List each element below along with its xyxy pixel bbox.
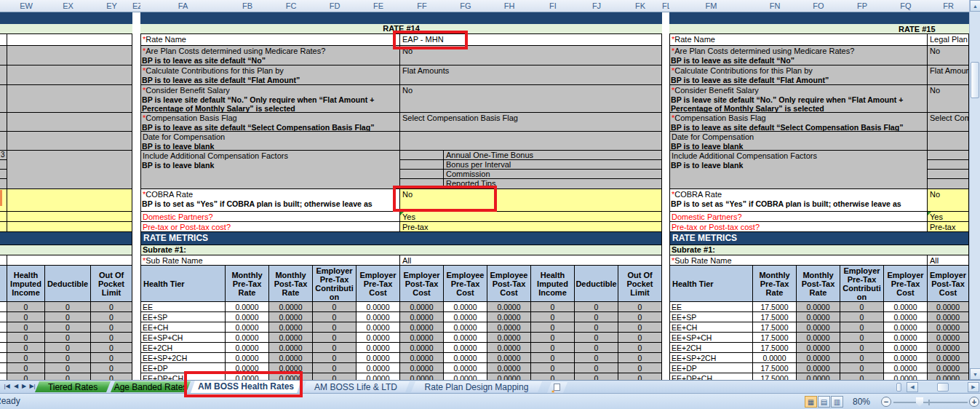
option-cell[interactable]: Annual One-Time Bonus bbox=[444, 151, 662, 160]
left-row-cell[interactable] bbox=[7, 65, 132, 85]
tier-cell[interactable]: EE+SP bbox=[140, 312, 226, 322]
table-header-col[interactable]: Monthly Pre-Tax Rate bbox=[753, 266, 797, 302]
tab-scrollbar-splitter[interactable] bbox=[896, 383, 901, 392]
rate-value-cell[interactable]: 17.5000 bbox=[753, 343, 797, 353]
rate-value-cell[interactable]: 0 bbox=[531, 302, 575, 312]
cell-pretax-value[interactable]: Pre-tax bbox=[400, 222, 662, 232]
rate-value-cell[interactable]: 0.0000 bbox=[884, 302, 928, 312]
table-header-col[interactable]: Monthly Post-Tax Rate bbox=[269, 266, 313, 302]
rate-value-cell[interactable]: 0.0000 bbox=[269, 353, 313, 363]
rate-value-cell[interactable]: 0 bbox=[91, 353, 132, 363]
rate-value-cell[interactable]: 0 bbox=[575, 322, 618, 333]
horizontal-scroll-thumb[interactable] bbox=[937, 383, 949, 392]
table-header-health-tier[interactable]: Health Tier bbox=[669, 266, 753, 302]
prev-sheet-nav-icon[interactable]: ◀ bbox=[12, 383, 20, 392]
column-header-FR[interactable]: FR bbox=[928, 0, 970, 12]
rate-value-cell[interactable]: 0 bbox=[7, 333, 45, 343]
rate-value-cell[interactable]: 0.0000 bbox=[884, 333, 928, 343]
rate-value-cell[interactable]: 0.0000 bbox=[269, 302, 313, 312]
rate-value-cell[interactable]: 0 bbox=[313, 343, 356, 353]
tier-cell[interactable]: EE+SP+2CH bbox=[669, 353, 753, 363]
column-header-FK[interactable]: FK bbox=[618, 0, 663, 12]
cell-domestic-label[interactable]: Domestic Partners? bbox=[669, 212, 928, 222]
rate-value-cell[interactable]: 0 bbox=[91, 322, 132, 333]
rate-value-cell[interactable]: 0.0000 bbox=[356, 302, 400, 312]
cell-medicare-value[interactable]: No bbox=[928, 46, 969, 65]
rate-value-cell[interactable]: 0.0000 bbox=[753, 353, 797, 363]
rate-value-cell[interactable]: 0.0000 bbox=[928, 343, 969, 353]
left-sub-cell[interactable] bbox=[0, 160, 7, 170]
table-header-health-tier[interactable]: Health Tier bbox=[140, 266, 226, 302]
left-row-cell[interactable] bbox=[7, 34, 132, 46]
column-header-EX[interactable]: EX bbox=[45, 0, 92, 12]
left-table-sliver[interactable] bbox=[0, 302, 7, 312]
table-header-col[interactable]: Employee Pre-Tax Cost bbox=[444, 266, 487, 302]
rate-value-cell[interactable]: 17.5000 bbox=[753, 322, 797, 333]
left-table-sliver[interactable] bbox=[0, 353, 7, 363]
rate-value-cell[interactable]: 0.0000 bbox=[226, 322, 269, 333]
option-cell[interactable]: Commission bbox=[444, 170, 662, 179]
rate15-factor-checkbox-cell[interactable] bbox=[928, 160, 969, 170]
next-sheet-nav-icon[interactable]: ▶ bbox=[20, 383, 28, 392]
left-row-cell[interactable] bbox=[7, 189, 132, 212]
table-header-col[interactable]: Employer Pre-Tax Cost bbox=[884, 266, 928, 302]
column-header-EY[interactable]: EY bbox=[91, 0, 133, 12]
rate-value-cell[interactable]: 0 bbox=[618, 322, 662, 333]
cell-domestic-value[interactable]: Yes bbox=[928, 212, 969, 222]
column-header-FC[interactable]: FC bbox=[269, 0, 314, 12]
left-sliver-cell[interactable] bbox=[0, 222, 7, 232]
sheet-tab-tiered-rates[interactable]: Tiered Rates bbox=[35, 381, 111, 392]
cell-calc_contrib-label[interactable]: *Calculate Contributions for this Plan b… bbox=[669, 65, 928, 85]
left-row-cell[interactable] bbox=[7, 132, 132, 151]
rate-value-cell[interactable]: 0 bbox=[531, 363, 575, 373]
cell-calc_contrib-value[interactable]: Flat Amounts bbox=[400, 65, 662, 85]
rate-value-cell[interactable]: 0.0000 bbox=[797, 353, 840, 363]
rate-value-cell[interactable]: 0.0000 bbox=[269, 322, 313, 333]
rate-value-cell[interactable]: 0.0000 bbox=[487, 353, 531, 363]
column-header-FB[interactable]: FB bbox=[226, 0, 270, 12]
left-sub-cell[interactable]: 3 bbox=[0, 151, 7, 160]
rate-value-cell[interactable]: 0.0000 bbox=[400, 322, 444, 333]
rate-value-cell[interactable]: 0.0000 bbox=[400, 312, 444, 322]
rate-value-cell[interactable]: 0.0000 bbox=[356, 333, 400, 343]
column-header-FJ[interactable]: FJ bbox=[575, 0, 619, 12]
rate-value-cell[interactable]: 0.0000 bbox=[444, 312, 487, 322]
table-header-col[interactable]: Employer Pre-Tax Cost bbox=[356, 266, 400, 302]
cell-include_factors-label[interactable]: Include Additional Compensation FactorsB… bbox=[669, 151, 928, 189]
tier-cell[interactable]: EE+CH bbox=[140, 322, 226, 333]
table-header-col[interactable]: Employer Pre-Tax Contribution bbox=[313, 266, 356, 302]
rate-value-cell[interactable]: 0.0000 bbox=[400, 363, 444, 373]
rate-value-cell[interactable]: 0.0000 bbox=[356, 363, 400, 373]
zoom-out-button[interactable]: − bbox=[881, 397, 891, 407]
table-header-col[interactable]: Monthly Post-Tax Rate bbox=[797, 266, 840, 302]
rate-value-cell[interactable]: 0 bbox=[840, 363, 884, 373]
rate-value-cell[interactable]: 0.0000 bbox=[400, 333, 444, 343]
left-row-cell[interactable] bbox=[7, 46, 132, 65]
rate-value-cell[interactable]: 0.0000 bbox=[884, 312, 928, 322]
rate-value-cell[interactable]: 0 bbox=[531, 343, 575, 353]
rate-value-cell[interactable]: 0 bbox=[7, 312, 45, 322]
cell-comp_basis-value[interactable]: Select Compensation Basis Flag bbox=[928, 113, 969, 132]
rate-value-cell[interactable]: 0.0000 bbox=[356, 343, 400, 353]
cell-pretax-value[interactable]: Pre-tax bbox=[928, 222, 969, 232]
rate-value-cell[interactable]: 0 bbox=[313, 312, 356, 322]
option-cell[interactable]: Bonus per Interval bbox=[444, 160, 662, 170]
cell-benefit_salary-label[interactable]: *Consider Benefit SalaryBP is leave site… bbox=[140, 85, 400, 113]
table-header-col[interactable]: Employer Post-Tax Cost bbox=[928, 266, 969, 302]
rate-value-cell[interactable]: 0.0000 bbox=[226, 343, 269, 353]
cell-medicare-label[interactable]: *Are Plan Costs determined using Medicar… bbox=[140, 46, 400, 65]
insert-worksheet-tab[interactable]: ✶ bbox=[547, 382, 567, 393]
table-header-col[interactable]: Health Imputed Income bbox=[531, 266, 575, 302]
rate-value-cell[interactable]: 17.5000 bbox=[753, 363, 797, 373]
cell-rate_name-label[interactable]: *Rate Name bbox=[140, 34, 400, 46]
rate-value-cell[interactable]: 17.5000 bbox=[753, 312, 797, 322]
cell-subrate-name-value[interactable]: All bbox=[400, 255, 662, 266]
column-header-EW[interactable]: EW bbox=[7, 0, 46, 12]
table-header-col[interactable]: Employer Post-Tax Cost bbox=[400, 266, 444, 302]
rate-value-cell[interactable]: 0.0000 bbox=[487, 302, 531, 312]
rate-value-cell[interactable]: 0.0000 bbox=[444, 302, 487, 312]
column-header-FM[interactable]: FM bbox=[669, 0, 754, 12]
rate15-factor-checkbox-cell[interactable] bbox=[928, 151, 969, 160]
scroll-right-arrow-icon[interactable]: ▶ bbox=[968, 382, 979, 392]
cell-benefit_salary-value[interactable]: No bbox=[400, 85, 662, 113]
